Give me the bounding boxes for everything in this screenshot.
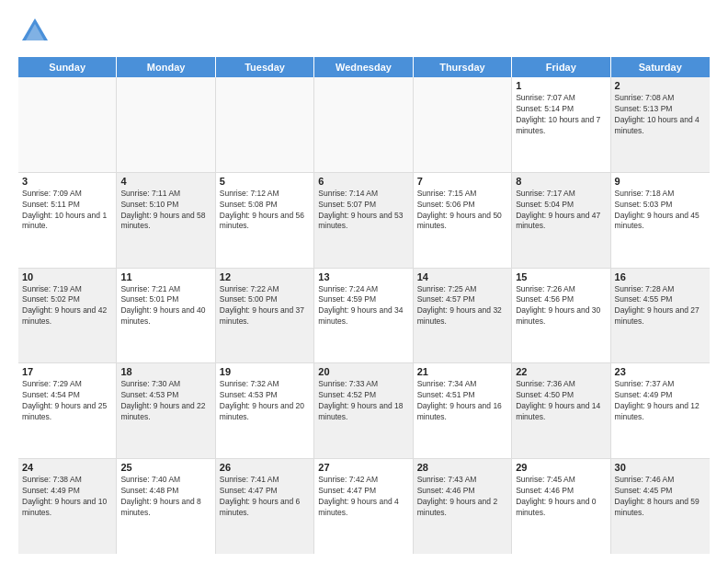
calendar-body: 1Sunrise: 7:07 AM Sunset: 5:14 PM Daylig… — [18, 77, 710, 554]
day-info: Sunrise: 7:40 AM Sunset: 4:48 PM Dayligh… — [120, 475, 210, 519]
day-info: Sunrise: 7:12 AM Sunset: 5:08 PM Dayligh… — [220, 189, 310, 233]
empty-cell-0-0 — [18, 77, 117, 172]
page: SundayMondayTuesdayWednesdayThursdayFrid… — [0, 0, 728, 563]
day-info: Sunrise: 7:36 AM Sunset: 4:50 PM Dayligh… — [516, 379, 606, 423]
day-info: Sunrise: 7:15 AM Sunset: 5:06 PM Dayligh… — [417, 189, 507, 233]
day-cell-16: 16Sunrise: 7:28 AM Sunset: 4:55 PM Dayli… — [611, 269, 710, 363]
day-info: Sunrise: 7:25 AM Sunset: 4:57 PM Dayligh… — [417, 284, 507, 328]
day-number: 10 — [22, 271, 112, 282]
day-info: Sunrise: 7:33 AM Sunset: 4:52 PM Dayligh… — [318, 379, 408, 423]
day-info: Sunrise: 7:29 AM Sunset: 4:54 PM Dayligh… — [22, 379, 112, 423]
day-number: 18 — [120, 366, 210, 377]
day-number: 29 — [516, 462, 606, 473]
day-number: 1 — [516, 80, 606, 91]
day-number: 6 — [318, 176, 408, 187]
calendar-row-2: 10Sunrise: 7:19 AM Sunset: 5:02 PM Dayli… — [18, 269, 710, 364]
day-number: 2 — [615, 80, 706, 91]
empty-cell-0-3 — [314, 77, 413, 172]
logo-icon — [18, 15, 51, 48]
day-info: Sunrise: 7:41 AM Sunset: 4:47 PM Dayligh… — [220, 475, 310, 519]
empty-cell-0-1 — [117, 77, 215, 172]
calendar: SundayMondayTuesdayWednesdayThursdayFrid… — [18, 57, 710, 554]
day-number: 14 — [417, 271, 507, 282]
day-cell-18: 18Sunrise: 7:30 AM Sunset: 4:53 PM Dayli… — [117, 363, 215, 458]
day-cell-13: 13Sunrise: 7:24 AM Sunset: 4:59 PM Dayli… — [314, 269, 413, 363]
calendar-row-1: 3Sunrise: 7:09 AM Sunset: 5:11 PM Daylig… — [18, 173, 710, 269]
day-number: 28 — [417, 462, 507, 473]
day-info: Sunrise: 7:14 AM Sunset: 5:07 PM Dayligh… — [318, 189, 408, 233]
day-number: 11 — [120, 271, 210, 282]
day-cell-29: 29Sunrise: 7:45 AM Sunset: 4:46 PM Dayli… — [512, 459, 610, 554]
day-number: 7 — [417, 176, 507, 187]
day-number: 17 — [22, 366, 112, 377]
day-info: Sunrise: 7:21 AM Sunset: 5:01 PM Dayligh… — [120, 284, 210, 328]
day-info: Sunrise: 7:42 AM Sunset: 4:47 PM Dayligh… — [318, 475, 408, 519]
day-cell-14: 14Sunrise: 7:25 AM Sunset: 4:57 PM Dayli… — [414, 269, 512, 363]
day-number: 15 — [516, 271, 606, 282]
day-number: 8 — [516, 176, 606, 187]
header-day-saturday: Saturday — [611, 57, 710, 77]
day-cell-28: 28Sunrise: 7:43 AM Sunset: 4:46 PM Dayli… — [414, 459, 512, 554]
day-number: 26 — [220, 462, 310, 473]
day-number: 4 — [120, 176, 210, 187]
day-info: Sunrise: 7:38 AM Sunset: 4:49 PM Dayligh… — [22, 475, 112, 519]
day-cell-4: 4Sunrise: 7:11 AM Sunset: 5:10 PM Daylig… — [117, 173, 215, 268]
day-info: Sunrise: 7:37 AM Sunset: 4:49 PM Dayligh… — [615, 379, 706, 423]
day-info: Sunrise: 7:43 AM Sunset: 4:46 PM Dayligh… — [417, 475, 507, 519]
day-number: 12 — [220, 271, 310, 282]
day-cell-9: 9Sunrise: 7:18 AM Sunset: 5:03 PM Daylig… — [611, 173, 710, 268]
day-number: 9 — [615, 176, 706, 187]
day-info: Sunrise: 7:46 AM Sunset: 4:45 PM Dayligh… — [615, 475, 706, 519]
day-cell-26: 26Sunrise: 7:41 AM Sunset: 4:47 PM Dayli… — [216, 459, 314, 554]
day-cell-11: 11Sunrise: 7:21 AM Sunset: 5:01 PM Dayli… — [117, 269, 215, 363]
day-cell-6: 6Sunrise: 7:14 AM Sunset: 5:07 PM Daylig… — [314, 173, 413, 268]
day-cell-19: 19Sunrise: 7:32 AM Sunset: 4:53 PM Dayli… — [216, 363, 314, 458]
day-info: Sunrise: 7:26 AM Sunset: 4:56 PM Dayligh… — [516, 284, 606, 328]
day-cell-2: 2Sunrise: 7:08 AM Sunset: 5:13 PM Daylig… — [611, 77, 710, 172]
day-info: Sunrise: 7:18 AM Sunset: 5:03 PM Dayligh… — [615, 189, 706, 233]
day-info: Sunrise: 7:45 AM Sunset: 4:46 PM Dayligh… — [516, 475, 606, 519]
day-cell-5: 5Sunrise: 7:12 AM Sunset: 5:08 PM Daylig… — [216, 173, 314, 268]
calendar-row-4: 24Sunrise: 7:38 AM Sunset: 4:49 PM Dayli… — [18, 459, 710, 554]
day-info: Sunrise: 7:22 AM Sunset: 5:00 PM Dayligh… — [220, 284, 310, 328]
day-info: Sunrise: 7:28 AM Sunset: 4:55 PM Dayligh… — [615, 284, 706, 328]
day-number: 13 — [318, 271, 408, 282]
day-info: Sunrise: 7:17 AM Sunset: 5:04 PM Dayligh… — [516, 189, 606, 233]
day-number: 19 — [220, 366, 310, 377]
day-number: 3 — [22, 176, 112, 187]
day-info: Sunrise: 7:11 AM Sunset: 5:10 PM Dayligh… — [120, 189, 210, 233]
empty-cell-0-4 — [414, 77, 512, 172]
day-cell-17: 17Sunrise: 7:29 AM Sunset: 4:54 PM Dayli… — [18, 363, 117, 458]
day-info: Sunrise: 7:08 AM Sunset: 5:13 PM Dayligh… — [615, 93, 706, 137]
day-number: 23 — [615, 366, 706, 377]
day-info: Sunrise: 7:34 AM Sunset: 4:51 PM Dayligh… — [417, 379, 507, 423]
day-cell-30: 30Sunrise: 7:46 AM Sunset: 4:45 PM Dayli… — [611, 459, 710, 554]
header-day-monday: Monday — [117, 57, 215, 77]
calendar-row-3: 17Sunrise: 7:29 AM Sunset: 4:54 PM Dayli… — [18, 363, 710, 459]
day-cell-22: 22Sunrise: 7:36 AM Sunset: 4:50 PM Dayli… — [512, 363, 610, 458]
day-info: Sunrise: 7:19 AM Sunset: 5:02 PM Dayligh… — [22, 284, 112, 328]
day-cell-23: 23Sunrise: 7:37 AM Sunset: 4:49 PM Dayli… — [611, 363, 710, 458]
day-info: Sunrise: 7:07 AM Sunset: 5:14 PM Dayligh… — [516, 93, 606, 137]
day-cell-25: 25Sunrise: 7:40 AM Sunset: 4:48 PM Dayli… — [117, 459, 215, 554]
day-cell-1: 1Sunrise: 7:07 AM Sunset: 5:14 PM Daylig… — [512, 77, 610, 172]
day-info: Sunrise: 7:09 AM Sunset: 5:11 PM Dayligh… — [22, 189, 112, 233]
day-info: Sunrise: 7:30 AM Sunset: 4:53 PM Dayligh… — [120, 379, 210, 423]
day-number: 22 — [516, 366, 606, 377]
day-number: 16 — [615, 271, 706, 282]
day-info: Sunrise: 7:32 AM Sunset: 4:53 PM Dayligh… — [220, 379, 310, 423]
header — [18, 15, 710, 48]
day-cell-21: 21Sunrise: 7:34 AM Sunset: 4:51 PM Dayli… — [414, 363, 512, 458]
day-number: 21 — [417, 366, 507, 377]
header-day-sunday: Sunday — [18, 57, 117, 77]
header-day-friday: Friday — [512, 57, 610, 77]
day-info: Sunrise: 7:24 AM Sunset: 4:59 PM Dayligh… — [318, 284, 408, 328]
day-cell-7: 7Sunrise: 7:15 AM Sunset: 5:06 PM Daylig… — [414, 173, 512, 268]
day-cell-3: 3Sunrise: 7:09 AM Sunset: 5:11 PM Daylig… — [18, 173, 117, 268]
header-day-tuesday: Tuesday — [216, 57, 314, 77]
day-cell-12: 12Sunrise: 7:22 AM Sunset: 5:00 PM Dayli… — [216, 269, 314, 363]
day-number: 5 — [220, 176, 310, 187]
day-cell-15: 15Sunrise: 7:26 AM Sunset: 4:56 PM Dayli… — [512, 269, 610, 363]
day-number: 30 — [615, 462, 706, 473]
logo — [18, 15, 55, 48]
